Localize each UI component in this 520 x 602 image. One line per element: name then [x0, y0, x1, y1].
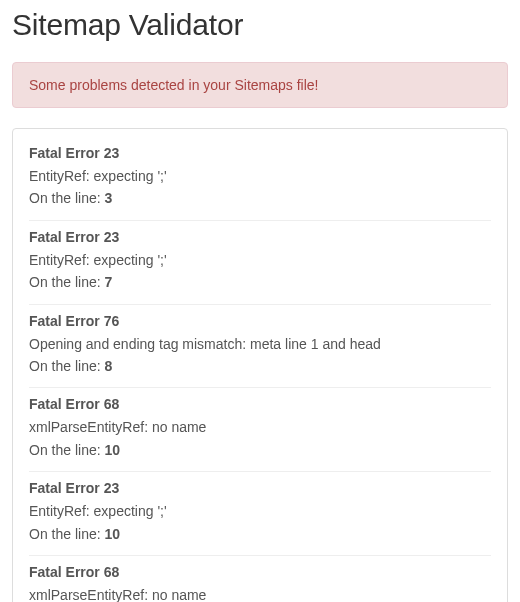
error-item: Fatal Error 68 xmlParseEntityRef: no nam… [29, 388, 491, 472]
error-title: Fatal Error 68 [29, 396, 491, 412]
alert-text: Some problems detected in your Sitemaps … [29, 77, 318, 93]
error-title: Fatal Error 23 [29, 145, 491, 161]
error-line: On the line: 7 [29, 271, 491, 293]
error-title: Fatal Error 23 [29, 480, 491, 496]
error-message: Opening and ending tag mismatch: meta li… [29, 333, 491, 355]
error-item: Fatal Error 23 EntityRef: expecting ';' … [29, 145, 491, 221]
error-item: Fatal Error 23 EntityRef: expecting ';' … [29, 221, 491, 305]
error-line: On the line: 10 [29, 439, 491, 461]
error-line: On the line: 10 [29, 523, 491, 545]
error-line: On the line: 3 [29, 187, 491, 209]
error-message: xmlParseEntityRef: no name [29, 584, 491, 602]
error-title: Fatal Error 68 [29, 564, 491, 580]
error-item: Fatal Error 76 Opening and ending tag mi… [29, 305, 491, 389]
error-item: Fatal Error 23 EntityRef: expecting ';' … [29, 472, 491, 556]
error-message: xmlParseEntityRef: no name [29, 416, 491, 438]
error-line: On the line: 8 [29, 355, 491, 377]
error-message: EntityRef: expecting ';' [29, 165, 491, 187]
errors-panel: Fatal Error 23 EntityRef: expecting ';' … [12, 128, 508, 602]
error-message: EntityRef: expecting ';' [29, 500, 491, 522]
error-title: Fatal Error 23 [29, 229, 491, 245]
page-title: Sitemap Validator [12, 8, 508, 42]
error-title: Fatal Error 76 [29, 313, 491, 329]
error-message: EntityRef: expecting ';' [29, 249, 491, 271]
alert-banner: Some problems detected in your Sitemaps … [12, 62, 508, 108]
error-item: Fatal Error 68 xmlParseEntityRef: no nam… [29, 556, 491, 602]
